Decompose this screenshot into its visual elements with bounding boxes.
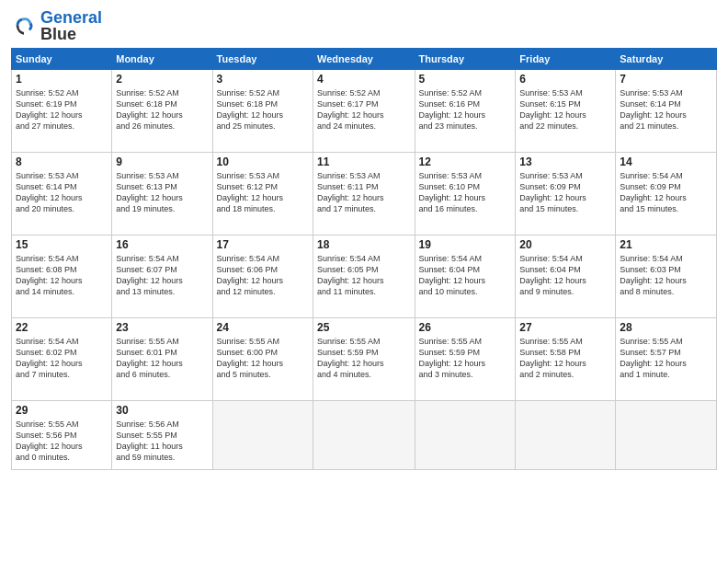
day-info-15: Sunrise: 5:54 AM Sunset: 6:08 PM Dayligh… — [16, 253, 108, 298]
day-info-24: Sunrise: 5:55 AM Sunset: 6:00 PM Dayligh… — [217, 336, 309, 381]
day-number-1: 1 — [16, 73, 108, 86]
day-number-28: 28 — [620, 321, 712, 334]
day-cell-1: 1Sunrise: 5:52 AM Sunset: 6:19 PM Daylig… — [12, 70, 112, 153]
day-number-26: 26 — [419, 321, 512, 334]
day-info-26: Sunrise: 5:55 AM Sunset: 5:59 PM Dayligh… — [419, 336, 512, 381]
header-saturday: Saturday — [616, 49, 717, 70]
header: GeneralBlue — [11, 9, 717, 42]
day-cell-22: 22Sunrise: 5:54 AM Sunset: 6:02 PM Dayli… — [12, 318, 112, 401]
day-number-2: 2 — [116, 73, 208, 86]
day-number-13: 13 — [519, 155, 611, 168]
day-info-2: Sunrise: 5:52 AM Sunset: 6:18 PM Dayligh… — [116, 87, 208, 132]
day-number-16: 16 — [116, 238, 208, 251]
day-cell-7: 7Sunrise: 5:53 AM Sunset: 6:14 PM Daylig… — [616, 70, 717, 153]
day-number-9: 9 — [116, 155, 208, 168]
day-info-12: Sunrise: 5:53 AM Sunset: 6:10 PM Dayligh… — [419, 170, 512, 215]
day-cell-3: 3Sunrise: 5:52 AM Sunset: 6:18 PM Daylig… — [212, 70, 313, 153]
day-cell-15: 15Sunrise: 5:54 AM Sunset: 6:08 PM Dayli… — [12, 236, 112, 318]
day-info-9: Sunrise: 5:53 AM Sunset: 6:13 PM Dayligh… — [116, 170, 208, 215]
day-cell-23: 23Sunrise: 5:55 AM Sunset: 6:01 PM Dayli… — [112, 318, 212, 401]
day-number-23: 23 — [116, 321, 208, 334]
day-number-29: 29 — [16, 404, 108, 417]
header-sunday: Sunday — [12, 49, 112, 70]
day-number-12: 12 — [419, 155, 512, 168]
day-number-7: 7 — [620, 73, 712, 86]
day-number-19: 19 — [419, 238, 512, 251]
day-cell-24: 24Sunrise: 5:55 AM Sunset: 6:00 PM Dayli… — [212, 318, 313, 401]
day-number-15: 15 — [16, 238, 108, 251]
day-number-30: 30 — [116, 404, 208, 417]
empty-cell — [616, 401, 717, 470]
day-info-10: Sunrise: 5:53 AM Sunset: 6:12 PM Dayligh… — [217, 170, 309, 215]
day-cell-14: 14Sunrise: 5:54 AM Sunset: 6:09 PM Dayli… — [616, 153, 717, 236]
day-number-14: 14 — [620, 155, 712, 168]
day-number-3: 3 — [217, 73, 309, 86]
day-cell-8: 8Sunrise: 5:53 AM Sunset: 6:14 PM Daylig… — [12, 153, 112, 236]
day-number-17: 17 — [217, 238, 309, 251]
day-cell-28: 28Sunrise: 5:55 AM Sunset: 5:57 PM Dayli… — [616, 318, 717, 401]
day-info-30: Sunrise: 5:56 AM Sunset: 5:55 PM Dayligh… — [116, 419, 208, 464]
day-cell-17: 17Sunrise: 5:54 AM Sunset: 6:06 PM Dayli… — [212, 236, 313, 318]
day-cell-13: 13Sunrise: 5:53 AM Sunset: 6:09 PM Dayli… — [516, 153, 616, 236]
day-info-27: Sunrise: 5:55 AM Sunset: 5:58 PM Dayligh… — [519, 336, 611, 381]
weekday-header-row: Sunday Monday Tuesday Wednesday Thursday… — [12, 49, 717, 70]
day-cell-4: 4Sunrise: 5:52 AM Sunset: 6:17 PM Daylig… — [313, 70, 415, 153]
day-info-5: Sunrise: 5:52 AM Sunset: 6:16 PM Dayligh… — [419, 87, 512, 132]
day-info-8: Sunrise: 5:53 AM Sunset: 6:14 PM Dayligh… — [16, 170, 108, 215]
day-info-25: Sunrise: 5:55 AM Sunset: 5:59 PM Dayligh… — [317, 336, 410, 381]
calendar: Sunday Monday Tuesday Wednesday Thursday… — [11, 48, 717, 470]
day-info-1: Sunrise: 5:52 AM Sunset: 6:19 PM Dayligh… — [16, 87, 108, 132]
day-number-8: 8 — [16, 155, 108, 168]
page: GeneralBlue Sunday Monday Tuesday Wednes… — [0, 0, 728, 563]
day-cell-9: 9Sunrise: 5:53 AM Sunset: 6:13 PM Daylig… — [112, 153, 212, 236]
day-number-10: 10 — [217, 155, 309, 168]
day-number-21: 21 — [620, 238, 712, 251]
day-number-22: 22 — [16, 321, 108, 334]
empty-cell — [415, 401, 516, 470]
day-cell-16: 16Sunrise: 5:54 AM Sunset: 6:07 PM Dayli… — [112, 236, 212, 318]
empty-cell — [212, 401, 313, 470]
day-cell-25: 25Sunrise: 5:55 AM Sunset: 5:59 PM Dayli… — [313, 318, 415, 401]
day-cell-6: 6Sunrise: 5:53 AM Sunset: 6:15 PM Daylig… — [516, 70, 616, 153]
day-cell-10: 10Sunrise: 5:53 AM Sunset: 6:12 PM Dayli… — [212, 153, 313, 236]
day-number-27: 27 — [519, 321, 611, 334]
day-number-20: 20 — [519, 238, 611, 251]
day-info-3: Sunrise: 5:52 AM Sunset: 6:18 PM Dayligh… — [217, 87, 309, 132]
day-info-14: Sunrise: 5:54 AM Sunset: 6:09 PM Dayligh… — [620, 170, 712, 215]
day-number-11: 11 — [317, 155, 410, 168]
day-number-18: 18 — [317, 238, 410, 251]
logo-text: GeneralBlue — [40, 9, 102, 42]
day-cell-27: 27Sunrise: 5:55 AM Sunset: 5:58 PM Dayli… — [516, 318, 616, 401]
day-info-20: Sunrise: 5:54 AM Sunset: 6:04 PM Dayligh… — [519, 253, 611, 298]
day-info-19: Sunrise: 5:54 AM Sunset: 6:04 PM Dayligh… — [419, 253, 512, 298]
day-info-21: Sunrise: 5:54 AM Sunset: 6:03 PM Dayligh… — [620, 253, 712, 298]
day-info-29: Sunrise: 5:55 AM Sunset: 5:56 PM Dayligh… — [16, 419, 108, 464]
day-cell-18: 18Sunrise: 5:54 AM Sunset: 6:05 PM Dayli… — [313, 236, 415, 318]
logo: GeneralBlue — [11, 9, 102, 42]
day-info-22: Sunrise: 5:54 AM Sunset: 6:02 PM Dayligh… — [16, 336, 108, 381]
day-cell-30: 30Sunrise: 5:56 AM Sunset: 5:55 PM Dayli… — [112, 401, 212, 470]
day-cell-19: 19Sunrise: 5:54 AM Sunset: 6:04 PM Dayli… — [415, 236, 516, 318]
day-number-5: 5 — [419, 73, 512, 86]
header-thursday: Thursday — [415, 49, 516, 70]
day-info-18: Sunrise: 5:54 AM Sunset: 6:05 PM Dayligh… — [317, 253, 410, 298]
day-cell-26: 26Sunrise: 5:55 AM Sunset: 5:59 PM Dayli… — [415, 318, 516, 401]
header-friday: Friday — [516, 49, 616, 70]
day-number-6: 6 — [519, 73, 611, 86]
day-cell-11: 11Sunrise: 5:53 AM Sunset: 6:11 PM Dayli… — [313, 153, 415, 236]
day-cell-5: 5Sunrise: 5:52 AM Sunset: 6:16 PM Daylig… — [415, 70, 516, 153]
day-cell-2: 2Sunrise: 5:52 AM Sunset: 6:18 PM Daylig… — [112, 70, 212, 153]
day-info-7: Sunrise: 5:53 AM Sunset: 6:14 PM Dayligh… — [620, 87, 712, 132]
empty-cell — [313, 401, 415, 470]
day-info-13: Sunrise: 5:53 AM Sunset: 6:09 PM Dayligh… — [519, 170, 611, 215]
day-info-23: Sunrise: 5:55 AM Sunset: 6:01 PM Dayligh… — [116, 336, 208, 381]
day-info-28: Sunrise: 5:55 AM Sunset: 5:57 PM Dayligh… — [620, 336, 712, 381]
day-info-4: Sunrise: 5:52 AM Sunset: 6:17 PM Dayligh… — [317, 87, 410, 132]
day-cell-21: 21Sunrise: 5:54 AM Sunset: 6:03 PM Dayli… — [616, 236, 717, 318]
header-tuesday: Tuesday — [212, 49, 313, 70]
day-number-24: 24 — [217, 321, 309, 334]
day-number-25: 25 — [317, 321, 410, 334]
day-cell-29: 29Sunrise: 5:55 AM Sunset: 5:56 PM Dayli… — [12, 401, 112, 470]
day-info-6: Sunrise: 5:53 AM Sunset: 6:15 PM Dayligh… — [519, 87, 611, 132]
day-cell-12: 12Sunrise: 5:53 AM Sunset: 6:10 PM Dayli… — [415, 153, 516, 236]
